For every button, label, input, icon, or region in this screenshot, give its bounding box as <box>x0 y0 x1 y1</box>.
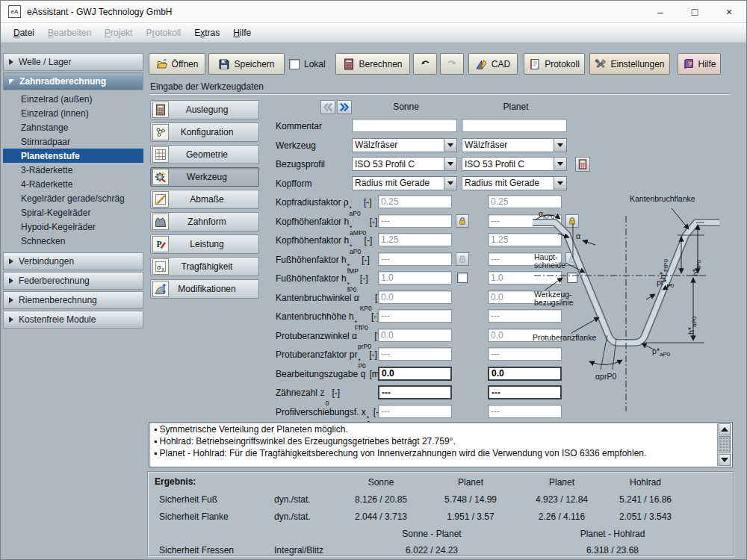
message-line: ▪ Hohlrad: Betriebseingriffswinkel des E… <box>149 435 732 447</box>
cad-button[interactable]: CAD <box>468 53 518 75</box>
bezugsprofil-calculator-button[interactable] <box>575 157 590 172</box>
menu-hilfe[interactable]: Hilfe <box>226 25 258 41</box>
modification-icon <box>152 281 169 297</box>
scroll-down-button[interactable] <box>719 454 731 466</box>
profilverschiebung-sonne-input[interactable] <box>378 405 452 418</box>
menu-datei[interactable]: Datei <box>7 25 41 41</box>
local-checkbox-label: Lokal <box>304 59 326 69</box>
konfiguration-button[interactable]: Konfiguration <box>150 122 259 142</box>
chevron-right-icon <box>9 297 13 303</box>
settings-button[interactable]: Einstellungen <box>589 53 670 75</box>
protocol-document-icon <box>529 58 541 70</box>
sidebar-item-zahnstange[interactable]: Zahnstange <box>3 120 143 134</box>
fusshoehenfaktor-fmp-sonne-input[interactable] <box>378 252 452 266</box>
abmasse-button[interactable]: Abmaße <box>150 190 259 209</box>
menu-extras[interactable]: Extras <box>187 25 226 41</box>
sidebar-section-riemenberechnung[interactable]: Riemenberechnung <box>3 291 143 309</box>
kopfradiusfaktor-sonne-input[interactable] <box>378 195 452 208</box>
sidebar-item-einzelrad-aussen[interactable]: Einzelrad (außen) <box>3 92 143 106</box>
protuberanzfaktor-sonne-input[interactable] <box>378 347 452 361</box>
redo-button <box>440 53 464 75</box>
sidebar-item-4-raederkette[interactable]: 4-Räderkette <box>3 177 143 191</box>
werkzeug-sonne-select[interactable]: Wälzfräser <box>352 138 457 152</box>
undo-icon <box>419 58 431 70</box>
sidebar-item-stirnradpaar[interactable]: Stirnradpaar <box>3 134 143 149</box>
fusshoehenfaktor-fp0-sonne-input[interactable] <box>378 271 452 284</box>
alpha-label: α <box>576 232 580 240</box>
undo-button[interactable] <box>413 53 437 75</box>
kommentar-planet-input[interactable] <box>462 119 567 132</box>
title-bar: eA eAssistant - GWJ Technology GmbH – □ … <box>1 1 746 23</box>
results-panel: Ergebnis: Sonne Planet Planet Hohlrad Si… <box>147 471 734 557</box>
werkzeug-planet-select[interactable]: Wälzfräser <box>462 138 567 152</box>
scrollbar-thumb[interactable] <box>719 436 731 452</box>
h-ap0-label: h*aP0 <box>687 317 698 335</box>
form-header: Sonne Planet <box>276 100 597 117</box>
result-value: 2.26 / 4.116 <box>513 511 610 522</box>
sidebar-section-welle-lager[interactable]: Welle / Lager <box>3 53 143 71</box>
chevron-down-icon[interactable] <box>554 177 566 190</box>
chevron-down-icon[interactable] <box>554 139 566 152</box>
geometrie-button[interactable]: Geometrie <box>150 145 259 164</box>
zahnform-button[interactable]: Zahnform <box>150 212 259 231</box>
kopfhoehenfaktor-ap0-sonne-input[interactable] <box>378 233 452 246</box>
open-button[interactable]: Öffnen <box>149 53 205 75</box>
modifikationen-button[interactable]: Modifikationen <box>150 279 259 299</box>
sidebar-item-schnecken[interactable]: Schnecken <box>3 234 143 248</box>
sidebar-item-kegelraeder[interactable]: Kegelräder gerade/schräg <box>3 191 143 205</box>
chevron-down-icon[interactable] <box>444 158 456 170</box>
kantenbruchwinkel-sonne-input[interactable] <box>378 290 452 304</box>
settings-tools-icon <box>595 58 607 70</box>
zaehnezahl-sonne-input[interactable] <box>378 385 452 399</box>
power-icon: P <box>152 236 169 252</box>
save-button[interactable]: Speichern <box>208 53 285 75</box>
kommentar-sonne-input[interactable] <box>352 119 457 132</box>
sidebar-item-hypoid-kegelraeder[interactable]: Hypoid-Kegelräder <box>3 220 143 234</box>
sidebar-section-kostenfreie-module[interactable]: Kostenfreie Module <box>3 311 143 329</box>
sidebar-section-verbindungen[interactable]: Verbindungen <box>3 252 143 270</box>
werkzeug-button[interactable]: Werkzeug <box>150 167 259 187</box>
kopfform-planet-select[interactable]: Radius mit Gerade <box>462 176 567 190</box>
alpha-prp0-label: αprP0 <box>595 373 616 381</box>
minimize-button[interactable]: – <box>643 1 678 23</box>
local-checkbox[interactable] <box>289 59 300 69</box>
maximize-button[interactable]: □ <box>678 1 712 23</box>
message-line: ▪ Planet - Hohlrad: Für die Tragfähigkei… <box>149 447 732 458</box>
kantenbruchhoehe-sonne-input[interactable] <box>378 309 452 323</box>
help-button[interactable]: ? Hilfe <box>678 53 721 75</box>
protuberanzwinkel-sonne-input[interactable] <box>378 329 452 342</box>
form-row-bezugsprofil: Bezugsprofil ISO 53 Profil C ISO 53 Prof… <box>276 155 597 175</box>
sidebar-section-zahnradberechnung[interactable]: Zahnradberechnung <box>3 72 143 90</box>
chevron-down-icon[interactable] <box>444 139 456 152</box>
bezugsprofil-planet-select[interactable]: ISO 53 Profil C <box>462 157 567 171</box>
sidebar-item-planetenstufe[interactable]: Planetenstufe <box>3 149 143 163</box>
sidebar-item-3-raederkette[interactable]: 3-Räderkette <box>3 163 143 177</box>
kopfhoehenfaktor-amp0-sonne-input[interactable] <box>378 214 452 228</box>
calculate-button[interactable]: Berechnen <box>335 53 410 75</box>
tragfaehigkeit-button[interactable]: σxTragfähigkeit <box>150 257 259 276</box>
result-row-label: Sicherheit Flanke <box>159 511 229 522</box>
scroll-up-button[interactable] <box>719 423 731 435</box>
chevron-down-icon[interactable] <box>554 158 566 170</box>
result-value: 4.923 / 12.84 <box>513 494 610 505</box>
sidebar-section-federberechnung[interactable]: Federberechnung <box>3 272 143 290</box>
leistung-button[interactable]: PLeistung <box>150 234 259 254</box>
bullet-icon: ▪ <box>154 448 157 458</box>
open-folder-icon <box>156 58 168 70</box>
kopfform-sonne-select[interactable]: Radius mit Gerade <box>352 176 457 190</box>
auslegung-button[interactable]: Auslegung <box>150 100 259 119</box>
alpha-kp0-label: αKP0 <box>539 210 554 221</box>
result-row-mode: dyn./stat. <box>274 494 311 505</box>
close-button[interactable]: × <box>712 1 746 23</box>
bezugsprofil-sonne-select[interactable]: ISO 53 Profil C <box>352 157 457 171</box>
protocol-button[interactable]: Protokoll <box>524 53 585 75</box>
result-value: 5.748 / 14.99 <box>422 494 519 505</box>
svg-text:?: ? <box>687 59 692 67</box>
sidebar-item-spiral-kegelraeder[interactable]: Spiral-Kegelräder <box>3 205 143 220</box>
chevron-down-icon[interactable] <box>444 177 456 190</box>
bearbeitungszugabe-sonne-input[interactable] <box>378 367 452 381</box>
message-scrollbar[interactable] <box>717 423 731 466</box>
sidebar-item-einzelrad-innen[interactable]: Einzelrad (innen) <box>3 106 143 120</box>
next-arrow-button[interactable] <box>337 100 352 114</box>
result-value: 2.051 / 3.543 <box>597 511 694 522</box>
